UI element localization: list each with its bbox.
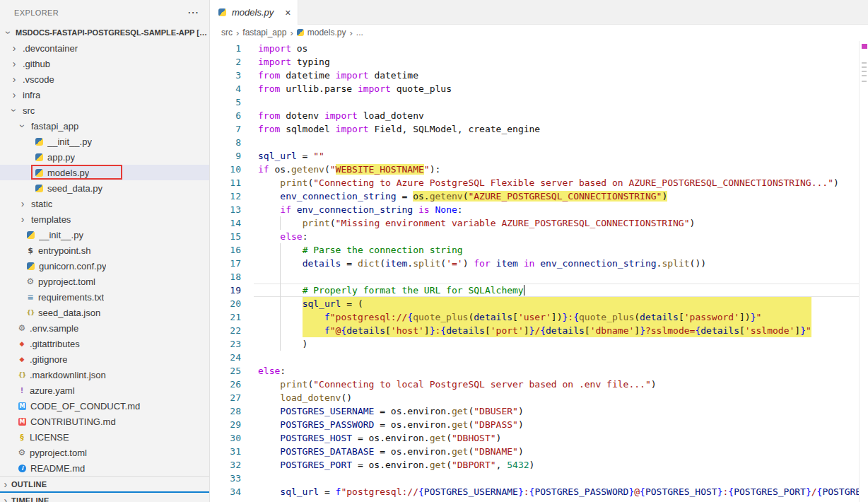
tree-item-gunicorn-conf-py[interactable]: gunicorn.conf.py (0, 258, 209, 274)
tree-item--init-py[interactable]: __init__.py (0, 134, 209, 149)
tree-item-label: CODE_OF_CONDUCT.md (30, 401, 140, 411)
code-line-19[interactable]: 19 # Properly format the URL for SQLAlch… (210, 284, 868, 297)
minimap-mark (862, 66, 867, 68)
code-line-5[interactable]: 5 (210, 95, 868, 109)
code-line-1[interactable]: 1import os (210, 42, 868, 55)
code-line-4[interactable]: 4from urllib.parse import quote_plus (210, 82, 868, 95)
code-line-20[interactable]: 20 sql_url = ( (210, 297, 868, 310)
tree-item--devcontainer[interactable]: ›.devcontainer (0, 40, 209, 56)
code-line-28[interactable]: 28 POSTGRES_USERNAME = os.environ.get("D… (210, 404, 868, 418)
tree-item-fastapi-app[interactable]: ›fastapi_app (0, 118, 209, 134)
tree-item-models-py[interactable]: models.py (0, 165, 209, 180)
tree-item-seed-data-py[interactable]: seed_data.py (0, 180, 209, 196)
tree-item-azure-yaml[interactable]: !azure.yaml (0, 383, 209, 398)
line-number: 28 (210, 404, 254, 418)
tree-item--github[interactable]: ›.github (0, 56, 209, 71)
code-line-8[interactable]: 8 (210, 136, 868, 149)
code-line-6[interactable]: 6from dotenv import load_dotenv (210, 109, 868, 122)
tree-item-templates[interactable]: ›templates (0, 211, 209, 227)
tree-item-pyproject-toml[interactable]: ⚙pyproject.toml (0, 445, 209, 460)
code-line-18[interactable]: 18 (210, 270, 868, 284)
line-content: load_dotenv() (254, 391, 868, 404)
vscode-window: EXPLORER ⋯ ›MSDOCS-FASTAPI-POSTGRESQL-SA… (0, 0, 868, 502)
code-line-26[interactable]: 26 print("Connecting to local PostgreSQL… (210, 378, 868, 391)
tree-item-code-of-conduct-md[interactable]: MCODE_OF_CONDUCT.md (0, 398, 209, 414)
section-timeline[interactable]: › TIMELINE (0, 493, 209, 502)
tree-item-seed-data-json[interactable]: {}seed_data.json (0, 305, 209, 320)
tree-item--gitattributes[interactable]: ◆.gitattributes (0, 336, 209, 351)
code-line-24[interactable]: 24 (210, 351, 868, 364)
breadcrumb-separator: › (349, 28, 352, 38)
line-number: 13 (210, 203, 254, 216)
section-outline[interactable]: › OUTLINE (0, 476, 209, 491)
tree-item-license[interactable]: §LICENSE (0, 429, 209, 445)
tree-item--markdownlint-json[interactable]: {}.markdownlint.json (0, 367, 209, 383)
tree-item-entrypoint-sh[interactable]: $entrypoint.sh (0, 243, 209, 258)
code-line-12[interactable]: 12 env_connection_string = os.getenv("AZ… (210, 189, 868, 203)
code-line-11[interactable]: 11 print("Connecting to Azure PostgreSQL… (210, 176, 868, 189)
code-area[interactable]: 1import os2import typing3from datetime i… (210, 40, 868, 502)
tree-item-pyproject-toml[interactable]: ⚙pyproject.toml (0, 274, 209, 289)
line-number: 32 (210, 458, 254, 472)
tree-item-label: fastapi_app (31, 121, 78, 132)
breadcrumb-item-fastapi-app[interactable]: fastapi_app (242, 28, 286, 37)
tab-bar-space (298, 0, 868, 25)
code-line-31[interactable]: 31 POSTGRES_DATABASE = os.environ.get("D… (210, 445, 868, 458)
tree-item--vscode[interactable]: ›.vscode (0, 71, 209, 87)
tree-item-label: static (31, 199, 52, 209)
line-content: POSTGRES_PASSWORD = os.environ.get("DBPA… (254, 418, 868, 431)
code-line-14[interactable]: 14 print("Missing environment variable A… (210, 216, 868, 230)
breadcrumb-item-src[interactable]: src (221, 28, 233, 37)
close-icon[interactable]: × (285, 7, 291, 18)
markdown-icon: M (18, 402, 26, 410)
tree-item-label: entrypoint.sh (38, 245, 90, 256)
code-line-17[interactable]: 17 details = dict(item.split('=') for it… (210, 257, 868, 270)
tree-item-label: .devcontainer (23, 43, 78, 54)
code-line-2[interactable]: 2import typing (210, 55, 868, 69)
code-line-32[interactable]: 32 POSTGRES_PORT = os.environ.get("DBPOR… (210, 458, 868, 472)
code-line-10[interactable]: 10if os.getenv("WEBSITE_HOSTNAME"): (210, 163, 868, 176)
tree-item-infra[interactable]: ›infra (0, 87, 209, 103)
tree-item-app-py[interactable]: app.py (0, 149, 209, 165)
code-line-22[interactable]: 22 f"@{details['host']}:{details['port']… (210, 324, 868, 337)
code-line-13[interactable]: 13 if env_connection_string is None: (210, 203, 868, 216)
line-content: f"postgresql://{quote_plus(details['user… (254, 310, 868, 324)
breadcrumb-item-symbol[interactable]: ... (356, 28, 363, 37)
tree-item--init-py[interactable]: __init__.py (0, 227, 209, 243)
code-line-16[interactable]: 16 # Parse the connection string (210, 243, 868, 257)
tree-item--gitignore[interactable]: ◆.gitignore (0, 351, 209, 367)
code-line-23[interactable]: 23 ) (210, 337, 868, 351)
minimap[interactable] (859, 41, 868, 502)
minimap-mark (862, 81, 867, 82)
code-line-3[interactable]: 3from datetime import datetime (210, 69, 868, 82)
tab-models-py[interactable]: models.py × (210, 0, 298, 25)
code-line-15[interactable]: 15 else: (210, 230, 868, 243)
tree-item-static[interactable]: ›static (0, 196, 209, 211)
python-icon (35, 138, 43, 146)
line-content: import os (254, 42, 868, 55)
code-line-9[interactable]: 9sql_url = "" (210, 149, 868, 163)
chevron-collapsed-icon: › (8, 89, 20, 100)
tree-item-requirements-txt[interactable]: ≡requirements.txt (0, 289, 209, 305)
breadcrumb-separator: › (290, 28, 293, 38)
code-line-27[interactable]: 27 load_dotenv() (210, 391, 868, 404)
tree-item--env-sample[interactable]: ⚙.env.sample (0, 320, 209, 336)
code-line-30[interactable]: 30 POSTGRES_HOST = os.environ.get("DBHOS… (210, 431, 868, 445)
breadcrumb-item-models-py[interactable]: models.py (307, 28, 346, 37)
line-number: 24 (210, 351, 254, 364)
tree-item-contributing-md[interactable]: MCONTRIBUTING.md (0, 414, 209, 429)
tree-item-msdocs-fastapi-postgresql-sample-app-git-[interactable]: ›MSDOCS-FASTAPI-POSTGRESQL-SAMPLE-APP [G… (0, 25, 209, 40)
line-number: 23 (210, 337, 254, 351)
more-actions-icon[interactable]: ⋯ (187, 6, 199, 19)
code-line-33[interactable]: 33 (210, 472, 868, 485)
code-line-29[interactable]: 29 POSTGRES_PASSWORD = os.environ.get("D… (210, 418, 868, 431)
line-number: 20 (210, 297, 254, 310)
line-number: 30 (210, 431, 254, 445)
code-line-34[interactable]: 34 sql_url = f"postgresql://{POSTGRES_US… (210, 485, 868, 498)
code-line-7[interactable]: 7from sqlmodel import Field, SQLModel, c… (210, 122, 868, 136)
tree-item-readme-md[interactable]: iREADME.md (0, 460, 209, 476)
code-line-25[interactable]: 25else: (210, 364, 868, 378)
tree-item-label: infra (23, 90, 40, 100)
code-line-21[interactable]: 21 f"postgresql://{quote_plus(details['u… (210, 310, 868, 324)
tree-item-src[interactable]: ›src (0, 103, 209, 118)
